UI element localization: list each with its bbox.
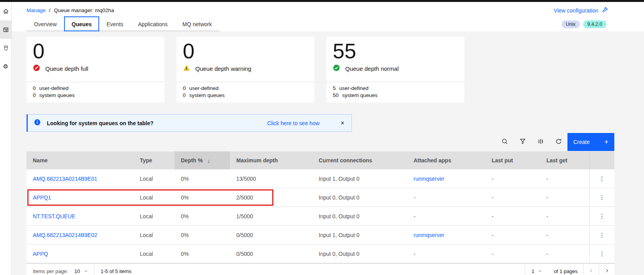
queue-depth-pct: 0% <box>175 226 230 244</box>
chevron-down-icon <box>84 268 88 274</box>
tab-overview[interactable]: Overview <box>27 16 64 31</box>
card-warning-label: Queue depth warning <box>195 65 251 72</box>
filter-funnel-icon <box>519 138 526 146</box>
queue-name-link[interactable]: NT.TEST.QUEUE <box>33 213 75 219</box>
tab-queues[interactable]: Queues <box>64 16 99 31</box>
page-select[interactable]: 1 <box>525 264 548 275</box>
column-header-depth-pct[interactable]: Depth % ↓ <box>175 151 230 169</box>
queue-attached-apps: - <box>407 188 485 207</box>
wrench-icon <box>601 7 608 14</box>
attached-app-link[interactable]: runmqserver <box>414 232 444 238</box>
queue-last-get: - <box>540 226 589 244</box>
queue-last-put: - <box>485 188 540 207</box>
card-warning-system-label: system queues <box>189 92 225 99</box>
column-header-last-get[interactable]: Last get <box>540 151 589 169</box>
search-button[interactable] <box>496 133 514 151</box>
refresh-button[interactable] <box>549 133 567 151</box>
refresh-icon <box>555 138 562 146</box>
column-header-name[interactable]: Name <box>27 151 134 169</box>
sidebar-item-home[interactable] <box>0 2 11 20</box>
home-icon <box>3 8 9 14</box>
error-status-icon <box>33 64 40 73</box>
overflow-menu-button[interactable]: ⋮ <box>590 244 614 263</box>
filter-button[interactable] <box>514 133 532 151</box>
column-header-max-depth[interactable]: Maximum depth <box>230 151 312 169</box>
queue-last-put: - <box>485 207 540 225</box>
queue-last-put: - <box>485 169 540 188</box>
queue-depth-cards: 0 Queue depth full 0user-defined 0system… <box>27 37 614 102</box>
view-configuration-link[interactable]: View configuration <box>554 7 608 14</box>
tab-mq-network[interactable]: MQ network <box>175 16 219 31</box>
overflow-menu-button[interactable]: ⋮ <box>590 169 614 188</box>
next-page-button[interactable] <box>599 264 614 275</box>
chevron-right-icon <box>605 268 609 274</box>
overflow-menu-button[interactable]: ⋮ <box>590 188 614 207</box>
queue-type: Local <box>134 244 175 263</box>
overflow-menu-button[interactable]: ⋮ <box>590 226 614 244</box>
create-button-label: Create <box>573 139 590 145</box>
page-header: Manage / Queue manager: mq02ha View conf… <box>12 2 644 31</box>
card-normal-user-count: 5 <box>333 85 336 92</box>
sort-descending-icon: ↓ <box>207 157 211 164</box>
items-per-page-label: Items per page: <box>27 268 68 274</box>
qm-badges: Unix 9.4.2.0 <box>562 20 607 31</box>
queue-connections: Input 0, Output 0 <box>312 244 407 263</box>
column-settings-button[interactable] <box>532 133 549 151</box>
previous-page-button[interactable] <box>583 264 599 275</box>
notification-link[interactable]: Click here to see how <box>267 120 319 126</box>
sidebar-item-manage[interactable] <box>0 20 11 39</box>
queue-max-depth: 0/5000 <box>230 244 312 263</box>
queue-depth-pct: 0% <box>175 244 230 263</box>
queue-name-link[interactable]: AMQ.682213A0214B9E01 <box>33 176 97 182</box>
column-header-attached-apps[interactable]: Attached apps <box>407 151 485 169</box>
breadcrumb-separator: / <box>49 7 51 13</box>
column-header-last-put[interactable]: Last put <box>485 151 540 169</box>
main-area: Manage / Queue manager: mq02ha View conf… <box>12 2 644 275</box>
queue-last-get: - <box>540 188 589 207</box>
info-notification: Looking for system queues on the table? … <box>27 114 352 132</box>
close-icon[interactable]: × <box>334 115 351 131</box>
breadcrumb-manage-link[interactable]: Manage <box>27 7 46 13</box>
chevron-left-icon <box>589 268 594 274</box>
column-header-current-connections[interactable]: Current connections <box>312 151 407 169</box>
tab-applications[interactable]: Applications <box>131 16 175 31</box>
items-per-page-value: 10 <box>74 268 80 274</box>
column-header-type[interactable]: Type <box>134 151 175 169</box>
card-normal-user-label: user-defined <box>339 85 369 92</box>
table-header: Name Type Depth % ↓ Maximum depth Curren… <box>27 151 614 169</box>
attached-app-link[interactable]: runmqserver <box>414 176 444 182</box>
left-nav-sidebar: ⚙ <box>0 2 12 275</box>
overflow-menu-button[interactable]: ⋮ <box>590 207 614 225</box>
table-body: AMQ.682213A0214B9E01 Local 0% 13/5000 In… <box>27 169 614 263</box>
items-per-page-select[interactable]: 10 <box>68 264 94 275</box>
queue-type: Local <box>134 207 175 225</box>
columns-icon <box>537 138 544 146</box>
card-normal-value: 55 <box>333 39 458 63</box>
queues-content: 0 Queue depth full 0user-defined 0system… <box>12 31 644 275</box>
card-warning-value: 0 <box>183 39 308 63</box>
queue-name-link[interactable]: APPQ <box>33 251 48 257</box>
gear-icon: ⚙ <box>3 63 8 69</box>
breadcrumb: Manage / Queue manager: mq02ha <box>27 7 114 13</box>
card-full-user-label: user-defined <box>39 85 69 92</box>
column-header-depth-pct-label: Depth % <box>181 157 203 164</box>
queue-connections: Input 0, Output 0 <box>312 207 407 225</box>
queue-connections: Input 1, Output 0 <box>312 169 407 188</box>
beaker-icon <box>3 45 9 51</box>
create-button[interactable]: Create + <box>567 133 614 151</box>
card-full-user-count: 0 <box>33 85 36 92</box>
sidebar-item-lab[interactable] <box>0 39 11 57</box>
table-row: AMQ.682213A0214B9E01 Local 0% 13/5000 In… <box>27 169 614 188</box>
card-full-system-label: system queues <box>39 92 75 99</box>
queue-name-link[interactable]: AMQ.682213A0214B9E02 <box>33 232 97 238</box>
sidebar-item-settings[interactable]: ⚙ <box>0 57 11 75</box>
card-warning-system-count: 0 <box>183 92 186 99</box>
card-queue-depth-normal: 55 Queue depth normal 5user-defined 50sy… <box>326 37 464 102</box>
tab-bar: Overview Queues Events Applications MQ n… <box>27 16 219 31</box>
queue-last-get: - <box>540 244 589 263</box>
queue-last-get: - <box>540 207 589 225</box>
card-full-value: 0 <box>33 39 158 63</box>
queue-name-link[interactable]: APPQ1 <box>33 194 51 201</box>
tab-events[interactable]: Events <box>99 16 131 31</box>
version-badge: 9.4.2.0 <box>583 20 607 28</box>
